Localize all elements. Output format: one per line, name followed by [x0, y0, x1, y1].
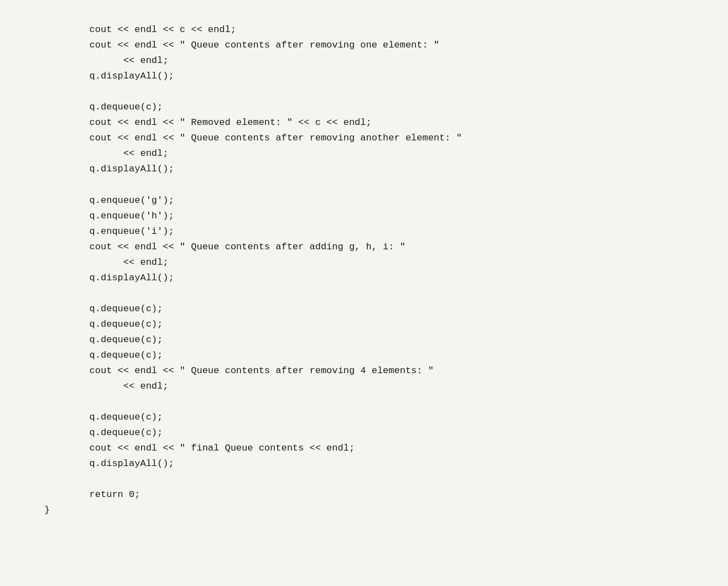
- code-line: cout << endl << " Queue contents after r…: [44, 365, 434, 376]
- code-line: q.dequeue(c);: [44, 412, 163, 422]
- code-line: cout << endl << " final Queue contents <…: [44, 443, 355, 453]
- code-line: q.dequeue(c);: [44, 427, 163, 438]
- code-line: q.enqueue('i');: [44, 226, 174, 237]
- code-line: q.dequeue(c);: [44, 102, 163, 112]
- code-line: q.dequeue(c);: [44, 319, 163, 329]
- code-block: cout << endl << c << endl; cout << endl …: [44, 22, 684, 519]
- code-line: q.displayAll();: [44, 273, 174, 283]
- code-line: cout << endl << " Removed element: " << …: [44, 117, 372, 128]
- code-line: return 0;: [44, 489, 140, 500]
- code-line: << endl;: [44, 257, 168, 268]
- code-line: q.dequeue(c);: [44, 334, 163, 345]
- code-container: cout << endl << c << endl; cout << endl …: [0, 0, 728, 586]
- code-line: cout << endl << c << endl;: [44, 24, 236, 35]
- code-line: q.enqueue('g');: [44, 195, 174, 206]
- code-line: << endl;: [44, 55, 168, 66]
- code-line: q.dequeue(c);: [44, 304, 163, 314]
- code-line: q.displayAll();: [44, 164, 174, 174]
- code-line: << endl;: [44, 148, 168, 159]
- code-line: cout << endl << " Queue contents after r…: [44, 40, 439, 50]
- code-line: cout << endl << " Queue contents after a…: [44, 242, 405, 252]
- code-line: q.displayAll();: [44, 458, 174, 469]
- code-line: << endl;: [44, 381, 168, 391]
- code-line: }: [44, 505, 50, 515]
- code-line: cout << endl << " Queue contents after r…: [44, 133, 462, 143]
- code-line: q.dequeue(c);: [44, 350, 163, 360]
- code-line: q.enqueue('h');: [44, 211, 174, 221]
- code-line: q.displayAll();: [44, 71, 174, 81]
